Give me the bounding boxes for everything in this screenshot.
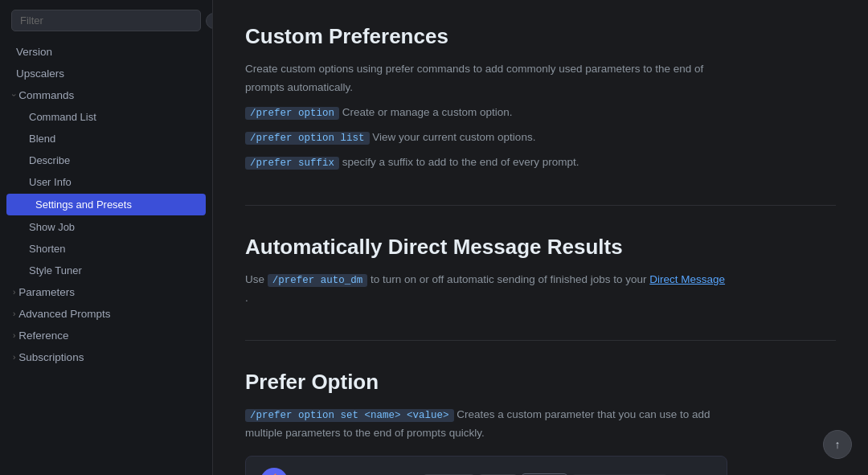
sidebar-section-label: Advanced Prompts [18, 308, 110, 320]
filter-input[interactable] [11, 10, 201, 31]
prefer-option-code: /prefer option [245, 107, 339, 120]
chevron-icon: › [13, 353, 15, 362]
nav-group-commands: › Commands Command List Blend Describe U… [0, 84, 212, 281]
prefer-option-list-desc: /prefer option list View your current cu… [245, 129, 727, 147]
sidebar-item-show-job[interactable]: Show Job [0, 216, 212, 238]
command-preview-box: ⛵ /prefer option set option mine value -… [245, 456, 727, 475]
section-prefer-option: Prefer Option /prefer option set <name> … [245, 370, 727, 475]
prefer-suffix-text: specify a suffix to add to the end of ev… [342, 156, 579, 168]
sidebar-item-settings-and-presets[interactable]: Settings and Presets [6, 194, 206, 215]
section-divider [245, 340, 836, 341]
filter-wrap: ‹ [0, 0, 212, 41]
sidebar-item-label: User Info [29, 176, 72, 188]
auto-dm-text-use: Use [245, 273, 268, 285]
prefer-option-desc: /prefer option Create or manage a custom… [245, 104, 727, 122]
section-title: Automatically Direct Message Results [245, 235, 727, 260]
prefer-option-list-code: /prefer option list [245, 132, 370, 145]
sidebar-item-version[interactable]: Version [0, 41, 212, 63]
auto-dm-desc: Use /prefer auto_dm to turn on or off au… [245, 271, 727, 308]
chevron-icon: › [13, 309, 15, 318]
chevron-icon: › [13, 331, 15, 340]
sidebar-item-label: Show Job [29, 221, 75, 233]
prefer-suffix-desc: /prefer suffix specify a suffix to add t… [245, 154, 727, 172]
nav-group-reference: › Reference [0, 325, 212, 346]
section-title: Custom Preferences [245, 24, 727, 49]
sidebar-item-describe[interactable]: Describe [0, 149, 212, 171]
section-custom-preferences: Custom Preferences Create custom options… [245, 24, 727, 173]
auto-dm-text-end: . [245, 292, 248, 304]
sidebar: ‹ Version Upscalers › Commands Command L… [0, 0, 213, 475]
sidebar-section-subscriptions[interactable]: › Subscriptions [0, 346, 212, 368]
main-content: Custom Preferences Create custom options… [213, 0, 868, 475]
auto-dm-code: /prefer auto_dm [268, 274, 368, 287]
nav-group-top: Version Upscalers [0, 41, 212, 84]
sidebar-section-label: Commands [18, 89, 74, 101]
sidebar-item-label: Version [16, 46, 52, 58]
sidebar-item-style-tuner[interactable]: Style Tuner [0, 260, 212, 281]
prefer-suffix-code: /prefer suffix [245, 157, 339, 170]
sidebar-item-label: Command List [29, 111, 96, 123]
sidebar-section-advanced-prompts[interactable]: › Advanced Prompts [0, 303, 212, 325]
sidebar-section-label: Parameters [18, 286, 75, 298]
nav-group-parameters: › Parameters [0, 281, 212, 303]
chevron-icon: › [10, 94, 18, 96]
sidebar-collapse-button[interactable]: ‹ [206, 13, 213, 29]
prefer-option-list-text: View your current custom options. [372, 131, 535, 143]
auto-dm-text-middle: to turn on or off automatic sending of f… [371, 273, 649, 285]
prefer-option-text: Create or manage a custom option. [342, 106, 513, 118]
section-desc: Create custom options using prefer comma… [245, 60, 727, 97]
direct-message-link[interactable]: Direct Message [649, 273, 725, 285]
sidebar-item-label: Blend [29, 133, 55, 145]
sidebar-item-label: Upscalers [16, 68, 64, 80]
section-title: Prefer Option [245, 370, 727, 395]
chevron-icon: › [13, 288, 15, 297]
section-divider [245, 205, 836, 206]
bot-avatar: ⛵ [260, 468, 288, 475]
sidebar-item-user-info[interactable]: User Info [0, 171, 212, 193]
nav-group-subscriptions: › Subscriptions [0, 346, 212, 368]
section-auto-direct: Automatically Direct Message Results Use… [245, 235, 727, 308]
scroll-to-top-button[interactable]: ↑ [823, 430, 852, 459]
sidebar-section-label: Reference [18, 330, 68, 342]
sidebar-item-label: Style Tuner [29, 264, 82, 276]
sidebar-item-label: Describe [29, 154, 70, 166]
prefer-option-set-code: /prefer option set <name> <value> [245, 409, 454, 422]
scroll-top-icon: ↑ [835, 438, 841, 451]
sidebar-item-label: Settings and Presets [35, 199, 132, 211]
prefer-option-set-desc: /prefer option set <name> <value> Create… [245, 406, 727, 443]
sidebar-item-label: Shorten [29, 243, 66, 255]
sidebar-section-reference[interactable]: › Reference [0, 325, 212, 346]
sidebar-item-shorten[interactable]: Shorten [0, 238, 212, 260]
sidebar-item-command-list[interactable]: Command List [0, 106, 212, 128]
sidebar-section-commands[interactable]: › Commands [0, 84, 212, 106]
sidebar-item-blend[interactable]: Blend [0, 128, 212, 149]
sidebar-item-upscalers[interactable]: Upscalers [0, 63, 212, 84]
sidebar-section-parameters[interactable]: › Parameters [0, 281, 212, 303]
sidebar-section-label: Subscriptions [18, 351, 84, 363]
nav-group-advanced-prompts: › Advanced Prompts [0, 303, 212, 325]
